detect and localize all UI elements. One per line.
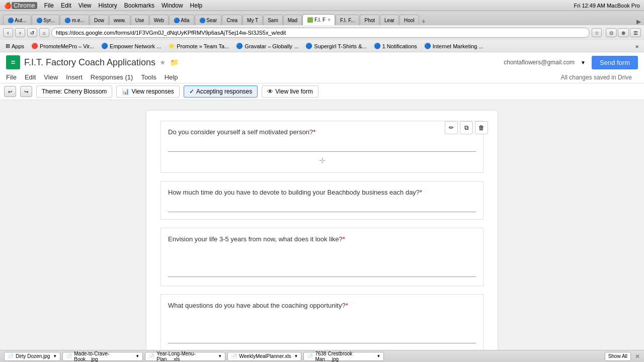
question-4-textarea[interactable] (168, 313, 476, 343)
mac-menu-edit[interactable]: Edit (61, 2, 71, 9)
tab-crea[interactable]: Crea (222, 15, 242, 25)
bottom-file-1[interactable]: 📄 Dirty Dozen.jpg ▼ (4, 352, 60, 361)
docs-menu-file[interactable]: File (6, 71, 17, 83)
delete-q1-button[interactable]: 🗑 (475, 121, 488, 134)
tab-dow[interactable]: Dow (90, 15, 109, 25)
duplicate-q1-button[interactable]: ⧉ (460, 121, 473, 134)
bottom-bar-close[interactable]: ✕ (635, 353, 640, 360)
question-2-input[interactable] (168, 200, 476, 212)
tab-www[interactable]: www. (109, 15, 130, 25)
mac-menu-chrome[interactable]: Chrome (12, 2, 37, 9)
mac-menu-bookmarks[interactable]: Bookmarks (124, 2, 154, 9)
question-3-text: Envision your life 3-5 years from now, w… (168, 235, 476, 243)
bottom-file-5[interactable]: 📄 7638 Crestbrook Man.....jpg ▼ (303, 352, 384, 361)
theme-button[interactable]: Theme: Cherry Blossom (36, 85, 112, 98)
reload-button[interactable]: ↺ (27, 28, 37, 37)
mac-menu-file[interactable]: File (44, 2, 54, 9)
file-2-icon: 📄 (66, 353, 72, 359)
view-live-form-button[interactable]: 👁 View live form (262, 85, 318, 98)
bookmark-empower[interactable]: 🔵 Empower Network ... (99, 42, 164, 50)
bookmark-button[interactable]: ☆ (592, 28, 602, 37)
docs-star-icon[interactable]: ★ (159, 58, 166, 66)
tab-aut[interactable]: 🔵 Aut... (3, 15, 31, 25)
mac-menu-help[interactable]: Help (190, 2, 203, 9)
file-4-icon: 📄 (231, 353, 237, 359)
accepting-responses-button[interactable]: ✓ Accepting responses (184, 85, 258, 98)
file-1-dropdown[interactable]: ▼ (53, 354, 57, 358)
mac-menu-window[interactable]: Window (162, 2, 183, 9)
tab-scroll-right[interactable]: ▶ (636, 18, 641, 25)
tab-web[interactable]: Web (149, 15, 169, 25)
tab-lear[interactable]: Lear (380, 15, 399, 25)
tab-use[interactable]: Use (131, 15, 149, 25)
redo-button[interactable]: ↪ (20, 86, 32, 97)
view-live-icon: 👁 (267, 88, 273, 95)
tab-fit2[interactable]: F.I. F... (336, 15, 359, 25)
bookmark-promoteme[interactable]: 🔴 PromoteMePro – Vir... (29, 42, 97, 50)
send-form-button[interactable]: Send form (592, 56, 638, 69)
tab-fit-active[interactable]: 🟩 F.I. F × (302, 14, 335, 25)
file-5-dropdown[interactable]: ▼ (376, 354, 380, 358)
file-2-dropdown[interactable]: ▼ (135, 354, 139, 358)
mac-menu-history[interactable]: History (99, 2, 117, 9)
chrome-menu-1[interactable]: ⊙ (606, 28, 617, 37)
chrome-menu-2[interactable]: ⊕ (618, 28, 629, 37)
docs-user-dropdown-icon[interactable]: ▼ (581, 60, 586, 65)
tab-sear[interactable]: 🔵 Sear (195, 15, 222, 25)
bottom-file-4[interactable]: 📄 WeeklyMealPlanner.xls ▼ (227, 352, 301, 361)
question-4-text: What questions do you have about the coa… (168, 302, 476, 309)
show-all-button[interactable]: Show All (605, 352, 631, 361)
file-3-dropdown[interactable]: ▼ (218, 354, 222, 358)
forward-button[interactable]: › (15, 28, 25, 37)
form-card: Do you consider yourself a self motivate… (146, 110, 498, 350)
home-button[interactable]: ⌂ (39, 28, 49, 37)
docs-menu-insert[interactable]: Insert (66, 71, 83, 83)
url-bar[interactable] (51, 28, 590, 38)
file-3-icon: 📄 (148, 353, 154, 359)
question-4: What questions do you have about the coa… (160, 294, 484, 350)
view-responses-button[interactable]: 📊 View responses (116, 85, 180, 98)
tab-atlas[interactable]: 🔵 Atla (169, 15, 194, 25)
mac-menu-view[interactable]: View (78, 2, 92, 9)
edit-q1-button[interactable]: ✏ (445, 121, 458, 134)
new-tab-button[interactable]: + (422, 17, 426, 25)
tab-sam[interactable]: Sam (263, 15, 283, 25)
docs-menu-view[interactable]: View (44, 71, 58, 83)
docs-menu-tools[interactable]: Tools (141, 71, 156, 83)
question-1-text: Do you consider yourself a self motivate… (168, 128, 476, 136)
bookmark-gravatar[interactable]: 🔵 Gravatar – Globally ... (233, 42, 301, 50)
accepting-icon: ✓ (189, 88, 194, 95)
bookmark-apps[interactable]: ⊞ Apps (3, 42, 27, 50)
bookmarks-more[interactable]: » (633, 43, 641, 50)
apple-icon[interactable]: 🍎 (4, 2, 12, 9)
tab-myt[interactable]: My T (243, 15, 263, 25)
back-button[interactable]: ‹ (3, 28, 13, 37)
file-5-icon: 📄 (307, 353, 313, 359)
tab-hool[interactable]: Hool (399, 15, 419, 25)
docs-menu-help[interactable]: Help (165, 71, 178, 83)
question-1-input[interactable] (168, 140, 476, 152)
chrome-menu-3[interactable]: ☰ (630, 28, 641, 37)
mac-topbar: 🍎 Chrome File Edit View History Bookmark… (0, 0, 644, 11)
tab-me[interactable]: 🔵 m.e... (60, 15, 89, 25)
tab-syr[interactable]: 🔵 Syr... (32, 15, 60, 25)
bookmark-supergirl[interactable]: 🔵 Supergirl T-Shirts &... (303, 42, 369, 50)
docs-toolbar: ↩ ↪ Theme: Cherry Blossom 📊 View respons… (0, 83, 644, 100)
question-1: Do you consider yourself a self motivate… (160, 121, 484, 173)
bookmark-imarketing[interactable]: 🔵 Internet Marketing ... (422, 42, 486, 50)
bookmark-promote-team[interactable]: ⭐ Promote » Team Ta... (166, 42, 231, 50)
docs-user-email[interactable]: chontaflowers@gmail.com (504, 59, 575, 66)
docs-menu-responses[interactable]: Responses (1) (91, 71, 133, 83)
bottom-file-3[interactable]: 📄 Year-Long-Menu-Plan.....xls ▼ (145, 352, 225, 361)
move-q1-icon[interactable]: ✛ (319, 156, 326, 165)
file-1-icon: 📄 (8, 353, 14, 359)
bookmark-notifications[interactable]: 🔵 1 Notifications (371, 42, 420, 50)
bottom-file-2[interactable]: 📄 Made-to-Crave-Book....jpg ▼ (62, 352, 143, 361)
docs-menu-edit[interactable]: Edit (25, 71, 36, 83)
tab-mad[interactable]: Mad (283, 15, 302, 25)
file-4-dropdown[interactable]: ▼ (294, 354, 298, 358)
undo-button[interactable]: ↩ (4, 86, 16, 97)
docs-folder-icon[interactable]: 📁 (170, 58, 179, 66)
tab-phot[interactable]: Phot (360, 15, 379, 25)
question-3-textarea[interactable] (168, 247, 476, 277)
